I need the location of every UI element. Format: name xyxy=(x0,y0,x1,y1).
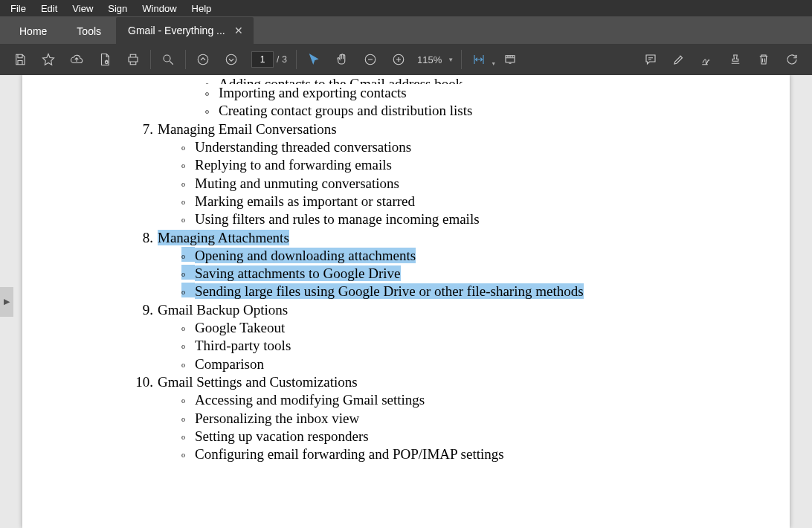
list-item: oAdding contacts to the Gmail address bo… xyxy=(205,75,463,84)
delete-icon[interactable] xyxy=(750,44,778,75)
list-item: oSaving attachments to Google Drive xyxy=(181,265,678,283)
page-separator: / xyxy=(277,54,279,65)
bullet-icon: o xyxy=(181,138,195,153)
bullet-icon: o xyxy=(181,283,195,297)
list-item: oImporting and exporting contacts xyxy=(205,84,678,102)
search-icon[interactable] xyxy=(154,44,182,75)
hand-tool-icon[interactable] xyxy=(328,44,356,75)
list-item: oMarking emails as important or starred xyxy=(181,193,678,210)
bullet-icon: o xyxy=(181,175,195,190)
read-mode-icon[interactable] xyxy=(496,44,524,75)
zoom-in-icon[interactable] xyxy=(384,44,413,75)
tab-home[interactable]: Home xyxy=(4,19,62,44)
section-number: 10. xyxy=(134,373,158,391)
page-lock-icon[interactable] xyxy=(91,44,119,75)
toolbar-separator xyxy=(461,50,462,69)
zoom-level-value: 115% xyxy=(417,54,442,65)
bullet-icon: o xyxy=(205,75,219,84)
tab-tools[interactable]: Tools xyxy=(62,19,116,44)
tabbar: Home Tools Gmail - Everything ... ✕ xyxy=(0,16,812,44)
section-number: 7. xyxy=(134,120,158,138)
sign-icon[interactable] xyxy=(693,44,721,75)
page-total: 3 xyxy=(282,54,287,65)
section-number: 8. xyxy=(134,229,158,247)
list-item-text: Third-party tools xyxy=(195,337,678,355)
page-current-input[interactable] xyxy=(251,51,274,68)
refresh-icon[interactable] xyxy=(778,44,806,75)
list-item-text: Comparison xyxy=(195,355,678,373)
list-item-text: Configuring email forwarding and POP/IMA… xyxy=(195,445,678,463)
menu-sign[interactable]: Sign xyxy=(100,1,135,16)
list-item-text: Marking emails as important or starred xyxy=(195,193,678,210)
page-down-icon[interactable] xyxy=(217,44,245,75)
section-title: Gmail Backup Options xyxy=(158,302,288,318)
list-item-text: Saving attachments to Google Drive xyxy=(195,265,678,283)
list-item: oAccessing and modifying Gmail settings xyxy=(181,391,678,409)
page-up-icon[interactable] xyxy=(189,44,217,75)
bullet-icon: o xyxy=(181,391,195,406)
svg-point-3 xyxy=(226,54,236,65)
print-icon[interactable] xyxy=(119,44,147,75)
menu-window[interactable]: Window xyxy=(135,1,184,16)
list-item: oThird-party tools xyxy=(181,337,678,355)
highlight-icon[interactable] xyxy=(665,44,693,75)
list-item: oPersonalizing the inbox view xyxy=(181,410,678,428)
list-item: oSending large files using Google Drive … xyxy=(181,283,678,300)
zoom-out-icon[interactable] xyxy=(356,44,384,75)
section-title: Gmail Settings and Customizations xyxy=(158,374,358,390)
tab-document-active[interactable]: Gmail - Everything ... ✕ xyxy=(116,17,254,44)
section-heading: 7.Managing Email Conversations xyxy=(134,120,678,138)
toolbar-separator xyxy=(150,50,151,69)
bullet-icon: o xyxy=(181,428,195,442)
selection-tool-icon[interactable] xyxy=(300,44,328,75)
svg-point-2 xyxy=(198,54,208,65)
list-item: oGoogle Takeout xyxy=(181,319,678,337)
list-item-text: Accessing and modifying Gmail settings xyxy=(195,391,678,409)
toolbar: / 3 115% ▼ ▼ xyxy=(0,44,812,75)
fit-width-icon[interactable] xyxy=(465,44,493,75)
section-number: 9. xyxy=(134,301,158,319)
list-item: oMuting and unmuting conversations xyxy=(181,175,678,193)
list-item-text: Setting up vacation responders xyxy=(195,428,678,445)
svg-point-1 xyxy=(164,55,170,62)
list-item: oOpening and downloading attachments xyxy=(181,247,678,265)
list-item: oReplying to and forwarding emails xyxy=(181,156,678,174)
toolbar-separator xyxy=(296,50,297,69)
stamp-icon[interactable] xyxy=(721,44,750,75)
chevron-down-icon: ▼ xyxy=(445,57,454,63)
comment-icon[interactable] xyxy=(637,44,665,75)
section-heading: 10.Gmail Settings and Customizations xyxy=(134,373,678,391)
save-icon[interactable] xyxy=(6,44,34,75)
bullet-icon: o xyxy=(181,337,195,352)
list-item-text: Replying to and forwarding emails xyxy=(195,156,678,174)
list-item-text: Google Takeout xyxy=(195,319,678,337)
bullet-icon: o xyxy=(181,193,195,207)
list-item-text: Sending large files using Google Drive o… xyxy=(195,283,678,300)
list-item: oCreating contact groups and distributio… xyxy=(205,102,678,120)
bullet-icon: o xyxy=(181,265,195,280)
bullet-icon: o xyxy=(181,355,195,370)
menu-file[interactable]: File xyxy=(3,1,33,16)
menu-help[interactable]: Help xyxy=(184,1,219,16)
section-heading: 9.Gmail Backup Options xyxy=(134,301,678,319)
bullet-icon: o xyxy=(181,410,195,425)
list-item-text: Creating contact groups and distribution… xyxy=(219,102,678,120)
menubar: File Edit View Sign Window Help xyxy=(0,0,812,16)
list-item: oComparison xyxy=(181,355,678,373)
zoom-level-dropdown[interactable]: 115% ▼ xyxy=(413,54,458,65)
list-item-text: Personalizing the inbox view xyxy=(195,410,678,428)
menu-view[interactable]: View xyxy=(65,1,100,16)
menu-edit[interactable]: Edit xyxy=(33,1,65,16)
bullet-icon: o xyxy=(181,156,195,171)
document-area[interactable]: ▶ oAdding contacts to the Gmail address … xyxy=(0,75,812,528)
list-item: oConfiguring email forwarding and POP/IM… xyxy=(181,445,678,463)
list-item: oUsing filters and rules to manage incom… xyxy=(181,210,678,228)
side-panel-toggle-icon[interactable]: ▶ xyxy=(0,287,13,317)
cloud-upload-icon[interactable] xyxy=(62,44,91,75)
bullet-icon: o xyxy=(181,445,195,460)
tab-close-icon[interactable]: ✕ xyxy=(233,25,245,36)
list-item-text: Adding contacts to the Gmail address boo… xyxy=(219,75,463,84)
document-content[interactable]: oAdding contacts to the Gmail address bo… xyxy=(22,75,790,464)
star-icon[interactable] xyxy=(34,44,62,75)
toolbar-separator xyxy=(185,50,186,69)
